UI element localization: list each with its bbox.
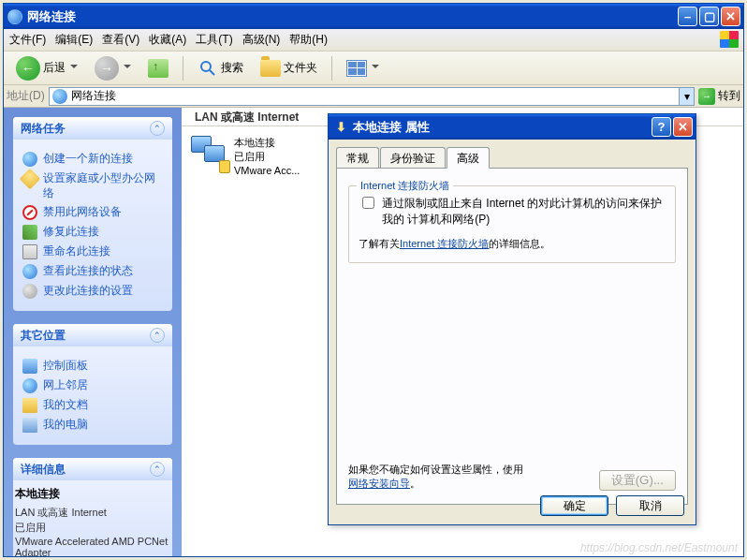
tab-advanced[interactable]: 高级 bbox=[447, 147, 490, 169]
task-settings[interactable]: 更改此连接的设置 bbox=[22, 284, 163, 299]
documents-icon bbox=[22, 398, 37, 413]
panel-title: 其它位置 bbox=[21, 328, 66, 344]
forward-button[interactable]: → bbox=[88, 52, 138, 84]
tab-auth[interactable]: 身份验证 bbox=[380, 147, 446, 168]
detail-type: LAN 或高速 Internet bbox=[15, 506, 170, 520]
cancel-button[interactable]: 取消 bbox=[616, 495, 684, 516]
separator bbox=[331, 56, 332, 81]
task-pane: 网络任务 ⌃ 创建一个新的连接 设置家庭或小型办公网络 禁用此网络设备 修复此连… bbox=[4, 108, 182, 556]
network-tasks-header[interactable]: 网络任务 ⌃ bbox=[13, 117, 172, 140]
menu-tools[interactable]: 工具(T) bbox=[196, 32, 232, 48]
firewall-group: Internet 连接防火墙 通过限制或阻止来自 Internet 的对此计算机… bbox=[348, 185, 676, 263]
menu-fav[interactable]: 收藏(A) bbox=[149, 32, 186, 48]
other-places-header[interactable]: 其它位置 ⌃ bbox=[13, 324, 172, 346]
go-button[interactable]: → 转到 bbox=[698, 88, 740, 105]
task-status[interactable]: 查看此连接的状态 bbox=[22, 264, 163, 279]
repair-icon bbox=[22, 225, 37, 240]
folders-button[interactable]: 文件夹 bbox=[254, 56, 324, 81]
conn-status: 已启用 bbox=[234, 150, 300, 164]
task-repair[interactable]: 修复此连接 bbox=[22, 225, 163, 240]
window-title: 网络连接 bbox=[27, 8, 678, 25]
menu-file[interactable]: 文件(F) bbox=[9, 32, 46, 48]
tab-strip: 常规 身份验证 高级 bbox=[336, 147, 688, 168]
settings-button: 设置(G)... bbox=[599, 470, 676, 491]
wizard-link[interactable]: 网络安装向导 bbox=[348, 478, 410, 489]
place-my-documents[interactable]: 我的文档 bbox=[22, 398, 163, 413]
folders-label: 文件夹 bbox=[284, 60, 317, 76]
view-button[interactable] bbox=[340, 56, 386, 81]
tab-page: Internet 连接防火墙 通过限制或阻止来自 Internet 的对此计算机… bbox=[336, 168, 688, 505]
tab-general[interactable]: 常规 bbox=[336, 147, 379, 168]
address-label: 地址(D) bbox=[7, 88, 45, 104]
dropdown-icon[interactable] bbox=[70, 65, 78, 72]
info-icon bbox=[22, 264, 37, 279]
search-label: 搜索 bbox=[221, 60, 243, 76]
place-network-neighborhood[interactable]: 网上邻居 bbox=[22, 378, 163, 393]
detail-device: VMware Accelerated AMD PCNet Adapter bbox=[15, 536, 170, 556]
collapse-icon[interactable]: ⌃ bbox=[150, 328, 165, 343]
dialog-titlebar[interactable]: ⬇ 本地连接 属性 ? ✕ bbox=[329, 114, 696, 140]
dialog-title: 本地连接 属性 bbox=[353, 119, 652, 136]
dialog-close-button[interactable]: ✕ bbox=[673, 117, 693, 137]
up-button[interactable] bbox=[141, 55, 175, 81]
settings-icon bbox=[22, 284, 37, 299]
menu-help[interactable]: 帮助(H) bbox=[289, 32, 328, 48]
menubar: 文件(F) 编辑(E) 查看(V) 收藏(A) 工具(T) 高级(N) 帮助(H… bbox=[4, 29, 743, 52]
go-icon: → bbox=[698, 88, 715, 105]
network-icon bbox=[22, 378, 37, 393]
close-button[interactable]: ✕ bbox=[721, 7, 740, 26]
address-bar: 地址(D) 网络连接 ▾ → 转到 bbox=[4, 85, 743, 108]
back-label: 后退 bbox=[43, 60, 66, 76]
view-icon bbox=[346, 60, 367, 77]
control-panel-icon bbox=[22, 359, 37, 374]
dropdown-icon[interactable] bbox=[372, 65, 379, 72]
menu-adv[interactable]: 高级(N) bbox=[242, 32, 281, 48]
address-field[interactable]: 网络连接 ▾ bbox=[49, 87, 695, 106]
ok-button[interactable]: 确定 bbox=[540, 495, 608, 516]
back-button[interactable]: ← 后退 bbox=[9, 52, 84, 84]
lock-icon bbox=[219, 160, 230, 173]
conn-name: 本地连接 bbox=[234, 136, 300, 150]
up-folder-icon bbox=[148, 59, 168, 78]
folder-icon bbox=[260, 60, 281, 77]
maximize-button[interactable]: ▢ bbox=[699, 7, 719, 26]
dialog-icon: ⬇ bbox=[333, 120, 348, 135]
globe-icon bbox=[22, 152, 37, 167]
windows-flag-icon bbox=[720, 31, 739, 48]
task-disable-device[interactable]: 禁用此网络设备 bbox=[22, 205, 163, 220]
collapse-icon[interactable]: ⌃ bbox=[150, 462, 165, 477]
panel-title: 详细信息 bbox=[21, 462, 66, 478]
gear-icon bbox=[20, 169, 41, 190]
menu-edit[interactable]: 编辑(E) bbox=[55, 32, 93, 48]
network-icon bbox=[52, 89, 67, 104]
toolbar: ← 后退 → 搜索 文件夹 bbox=[4, 52, 743, 85]
titlebar[interactable]: 网络连接 – ▢ ✕ bbox=[4, 4, 743, 29]
dialog-help-button[interactable]: ? bbox=[652, 117, 671, 137]
firewall-checkbox[interactable] bbox=[362, 197, 374, 209]
connection-icon bbox=[191, 136, 228, 173]
forward-arrow-icon: → bbox=[95, 56, 119, 81]
computer-icon bbox=[22, 418, 37, 433]
address-value: 网络连接 bbox=[71, 88, 116, 104]
menu-view[interactable]: 查看(V) bbox=[102, 32, 139, 48]
search-icon bbox=[198, 58, 218, 79]
ban-icon bbox=[22, 205, 37, 220]
svg-point-0 bbox=[201, 62, 211, 71]
place-my-computer[interactable]: 我的电脑 bbox=[22, 418, 163, 433]
dropdown-icon[interactable] bbox=[124, 65, 131, 72]
group-legend: Internet 连接防火墙 bbox=[357, 179, 453, 193]
details-header[interactable]: 详细信息 ⌃ bbox=[13, 458, 172, 480]
learn-link[interactable]: Internet 连接防火墙 bbox=[400, 238, 489, 249]
task-create-connection[interactable]: 创建一个新的连接 bbox=[22, 152, 163, 167]
firewall-checkbox-row[interactable]: 通过限制或阻止来自 Internet 的对此计算机的访问来保护我的 计算机和网络… bbox=[359, 196, 666, 228]
minimize-button[interactable]: – bbox=[678, 7, 697, 26]
task-setup-network[interactable]: 设置家庭或小型办公网络 bbox=[22, 171, 163, 200]
task-rename[interactable]: 重命名此连接 bbox=[22, 244, 163, 259]
search-button[interactable]: 搜索 bbox=[191, 54, 250, 82]
address-dropdown[interactable]: ▾ bbox=[679, 88, 694, 105]
collapse-icon[interactable]: ⌃ bbox=[150, 121, 165, 136]
firewall-label: 通过限制或阻止来自 Internet 的对此计算机的访问来保护我的 计算机和网络… bbox=[382, 196, 666, 228]
go-label: 转到 bbox=[718, 88, 740, 104]
watermark: https://blog.csdn.net/Eastmount bbox=[580, 541, 738, 554]
place-control-panel[interactable]: 控制面板 bbox=[22, 359, 163, 374]
